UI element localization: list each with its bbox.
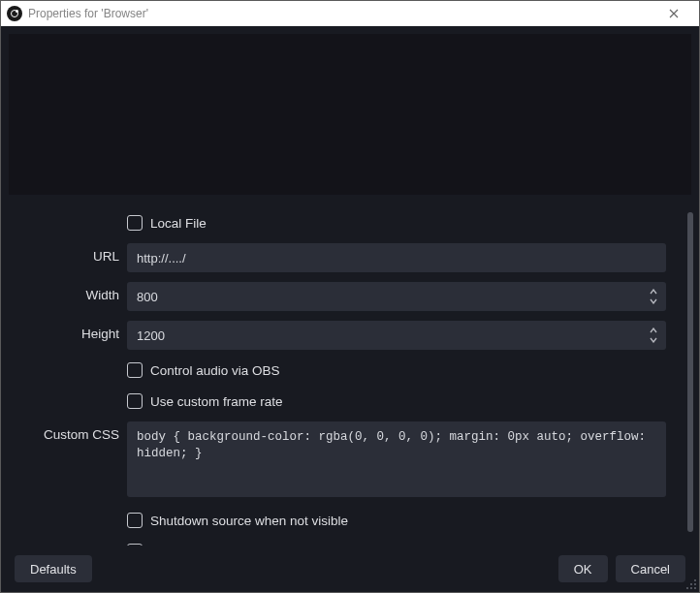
properties-dialog: Properties for 'Browser' Local File bbox=[0, 0, 700, 593]
svg-point-1 bbox=[690, 583, 692, 585]
custom-frame-rate-checkbox[interactable] bbox=[127, 393, 143, 409]
bottom-bar: Defaults OK Cancel bbox=[1, 546, 699, 592]
control-audio-row[interactable]: Control audio via OBS bbox=[127, 359, 666, 381]
url-label: URL bbox=[18, 243, 127, 264]
scrollbar-thumb[interactable] bbox=[687, 212, 693, 532]
form-scroll: Local File URL Width bbox=[1, 195, 684, 546]
dialog-content: Local File URL Width bbox=[1, 26, 699, 592]
width-step-up[interactable] bbox=[647, 287, 660, 296]
height-step-down[interactable] bbox=[647, 335, 660, 345]
width-input[interactable] bbox=[127, 282, 666, 311]
height-label: Height bbox=[18, 321, 127, 341]
chevron-down-icon bbox=[650, 337, 657, 343]
local-file-row[interactable]: Local File bbox=[127, 212, 666, 234]
chevron-up-icon bbox=[650, 328, 657, 333]
height-input[interactable] bbox=[127, 321, 666, 350]
obs-icon bbox=[7, 6, 22, 21]
width-step-down[interactable] bbox=[647, 296, 660, 306]
control-audio-checkbox[interactable] bbox=[127, 362, 143, 378]
shutdown-label: Shutdown source when not visible bbox=[150, 514, 348, 528]
svg-point-3 bbox=[686, 587, 688, 589]
local-file-label: Local File bbox=[150, 216, 207, 231]
close-icon bbox=[669, 9, 679, 18]
chevron-up-icon bbox=[650, 289, 657, 295]
titlebar: Properties for 'Browser' bbox=[1, 1, 699, 26]
control-audio-label: Control audio via OBS bbox=[150, 363, 280, 378]
local-file-checkbox[interactable] bbox=[127, 215, 143, 231]
cancel-button[interactable]: Cancel bbox=[616, 555, 685, 582]
custom-frame-rate-label: Use custom frame rate bbox=[150, 394, 283, 409]
ok-button[interactable]: OK bbox=[558, 555, 608, 582]
close-button[interactable] bbox=[654, 1, 693, 26]
source-preview bbox=[9, 34, 691, 195]
window-title: Properties for 'Browser' bbox=[28, 7, 654, 20]
custom-frame-rate-row[interactable]: Use custom frame rate bbox=[127, 390, 666, 412]
height-step-up[interactable] bbox=[647, 326, 660, 335]
resize-grip-icon bbox=[685, 578, 697, 590]
chevron-down-icon bbox=[650, 298, 657, 304]
shutdown-checkbox[interactable] bbox=[127, 513, 143, 528]
svg-point-4 bbox=[690, 587, 692, 589]
shutdown-row[interactable]: Shutdown source when not visible bbox=[127, 510, 666, 531]
form-area: Local File URL Width bbox=[1, 195, 699, 546]
url-input[interactable] bbox=[127, 243, 666, 272]
svg-point-5 bbox=[694, 587, 696, 589]
svg-point-2 bbox=[694, 583, 696, 585]
svg-point-0 bbox=[694, 579, 696, 581]
custom-css-input[interactable] bbox=[127, 421, 666, 497]
custom-css-label: Custom CSS bbox=[18, 421, 127, 442]
defaults-button[interactable]: Defaults bbox=[15, 555, 92, 582]
width-label: Width bbox=[18, 282, 127, 302]
